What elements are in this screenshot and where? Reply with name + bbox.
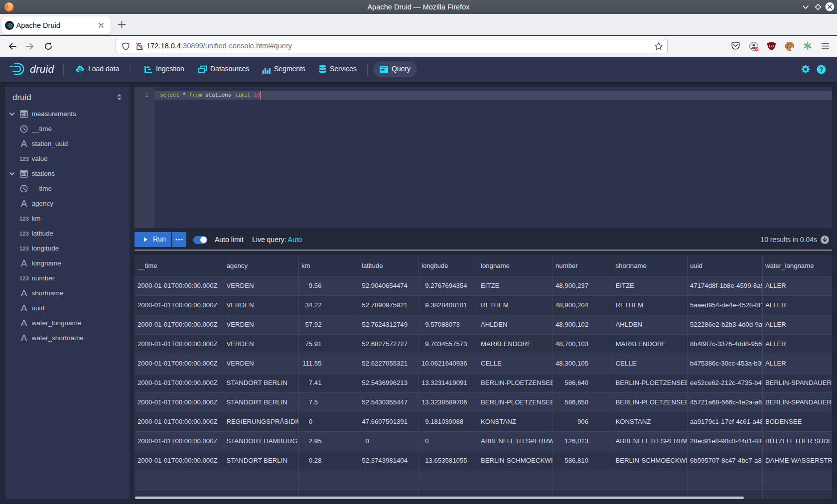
svg-text:UO: UO (769, 44, 774, 48)
svg-text:?: ? (820, 66, 824, 73)
